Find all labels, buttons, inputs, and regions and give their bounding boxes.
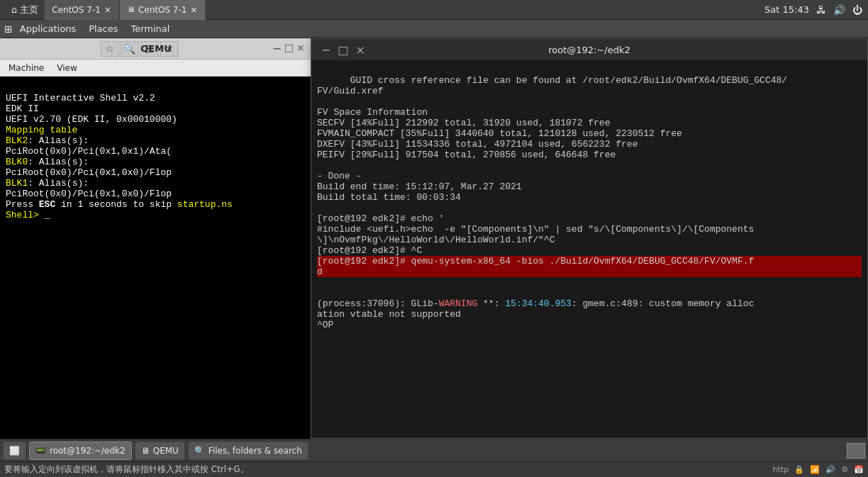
home-icon: ⌂ — [11, 4, 17, 15]
sysbar-right: Sat 15:43 🖧 🔊 ⏻ — [764, 4, 862, 16]
main-area: ☆ 🔍 ☰ × QEMU − □ × Machine View UEFI Int… — [0, 38, 868, 439]
tab-centos-1[interactable]: CentOS 7-1 × — [44, 0, 119, 20]
qemu-close-icon[interactable]: × — [160, 41, 179, 57]
statusbar-calendar-icon: 📅 — [854, 465, 864, 474]
statusbar: 要将输入定向到该虚拟机，请将鼠标指针移入其中或按 Ctrl+G。 http 🔒 … — [0, 461, 868, 477]
taskbar-terminal-item[interactable]: 📟 root@192:~/edk2 — [29, 442, 132, 460]
qemu-window-controls: ☆ 🔍 ☰ × — [101, 41, 179, 57]
applications-menu[interactable]: Applications — [14, 22, 82, 35]
places-menu[interactable]: Places — [83, 22, 123, 35]
taskbar-qemu-item[interactable]: 🖥 QEMU — [135, 442, 185, 460]
qemu-titlebar: ☆ 🔍 ☰ × QEMU − □ × — [0, 38, 312, 60]
terminal-menu[interactable]: Terminal — [126, 22, 176, 35]
places-label: Places — [89, 23, 118, 34]
statusbar-settings-icon: ⚙ — [841, 465, 848, 474]
show-desktop-icon: ⬜ — [9, 446, 20, 456]
taskbar-files-icon: 🔍 — [194, 446, 205, 456]
qemu-minimize-icon[interactable]: − — [272, 42, 282, 55]
qemu-window-close-icon[interactable]: × — [296, 42, 305, 55]
qemu-menu-icon[interactable]: ☰ — [140, 41, 159, 57]
qemu-bookmark-icon[interactable]: ☆ — [101, 41, 119, 57]
qemu-search-icon[interactable]: 🔍 — [121, 41, 139, 57]
tab-label-2: CentOS 7-1 — [138, 5, 187, 15]
qemu-screen-content: UEFI Interactive Shell v2.2 EDK II UEFI … — [6, 82, 306, 220]
statusbar-network-icon: 📶 — [810, 465, 820, 474]
time-display: Sat 15:43 — [764, 4, 809, 15]
taskbar-terminal-label: root@192:~/edk2 — [50, 446, 126, 456]
terminal-window: − □ × root@192:~/edk2 GUID cross referen… — [311, 38, 868, 439]
system-topbar: ⌂ 主页 CentOS 7-1 × 🖥 CentOS 7-1 × Sat 15:… — [0, 0, 868, 20]
home-label: 主页 — [20, 4, 38, 16]
network-icon[interactable]: 🖧 — [816, 4, 826, 16]
taskbar-show-desktop[interactable]: ⬜ — [3, 442, 26, 460]
terminal-minimize-icon[interactable]: − — [318, 43, 333, 57]
taskbar: ⬜ 📟 root@192:~/edk2 🖥 QEMU 🔍 Files, fold… — [0, 439, 868, 461]
terminal-label: Terminal — [131, 23, 170, 34]
terminal-maximize-icon[interactable]: □ — [335, 43, 351, 57]
taskbar-terminal-icon: 📟 — [35, 446, 46, 456]
qemu-screen[interactable]: UEFI Interactive Shell v2.2 EDK II UEFI … — [0, 77, 312, 439]
tab-label: CentOS 7-1 — [52, 5, 101, 15]
tab-centos-2[interactable]: 🖥 CentOS 7-1 × — [119, 0, 206, 20]
qemu-machine-menu[interactable]: Machine — [4, 62, 48, 74]
statusbar-url: http — [773, 465, 789, 474]
tab-close-icon-2[interactable]: × — [190, 5, 197, 15]
statusbar-text: 要将输入定向到该虚拟机，请将鼠标指针移入其中或按 Ctrl+G。 — [4, 464, 249, 476]
power-icon[interactable]: ⏻ — [852, 4, 862, 16]
applications-label: Applications — [20, 23, 76, 34]
qemu-window: ☆ 🔍 ☰ × QEMU − □ × Machine View UEFI Int… — [0, 38, 312, 439]
terminal-close-icon[interactable]: × — [353, 43, 368, 57]
qemu-view-menu[interactable]: View — [52, 62, 81, 74]
sysbar-left: ⌂ 主页 CentOS 7-1 × 🖥 CentOS 7-1 × — [6, 0, 206, 20]
home-button[interactable]: ⌂ 主页 — [6, 2, 44, 18]
app-menubar: ⊞ Applications Places Terminal — [0, 20, 868, 38]
workspace-switcher[interactable] — [847, 443, 865, 459]
taskbar-right — [847, 443, 865, 459]
qemu-maximize-icon[interactable]: □ — [284, 42, 294, 55]
terminal-window-controls: − □ × — [318, 43, 368, 57]
taskbar-files-label: Files, folders & search — [208, 446, 302, 456]
taskbar-qemu-label: QEMU — [153, 446, 179, 456]
apps-grid-icon: ⊞ — [4, 23, 13, 35]
qemu-menubar: Machine View — [0, 60, 312, 77]
os-icon: 🖥 — [127, 5, 135, 14]
highlighted-command: [root@192 edk2]# qemu-system-x86_64 -bio… — [317, 256, 862, 277]
taskbar-qemu-icon: 🖥 — [141, 446, 150, 456]
terminal-title: root@192:~/edk2 — [368, 45, 811, 55]
sound-icon[interactable]: 🔊 — [833, 4, 845, 16]
statusbar-sound-icon: 🔊 — [825, 465, 835, 474]
terminal-titlebar: − □ × root@192:~/edk2 — [311, 39, 867, 60]
statusbar-right: http 🔒 📶 🔊 ⚙ 📅 — [773, 465, 864, 474]
statusbar-lock-icon: 🔒 — [794, 465, 804, 474]
terminal-body[interactable]: GUID cross reference file can be found a… — [311, 60, 867, 438]
taskbar-files-item[interactable]: 🔍 Files, folders & search — [188, 442, 308, 460]
tab-close-icon[interactable]: × — [104, 5, 111, 15]
